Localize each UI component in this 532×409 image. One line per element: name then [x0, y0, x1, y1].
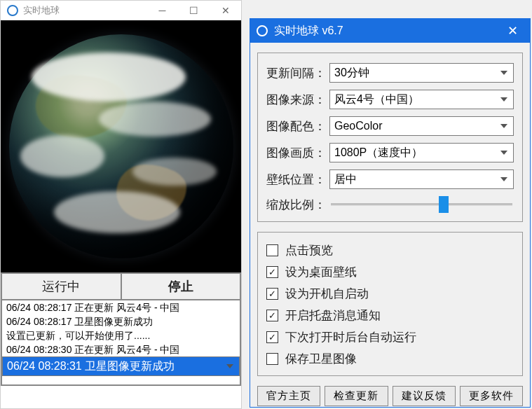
- status-running-label: 运行中: [2, 274, 121, 299]
- source-select[interactable]: 风云4号（中国）: [329, 90, 514, 109]
- scale-label: 缩放比例：: [266, 197, 329, 213]
- checkbox-input[interactable]: ✓: [266, 288, 278, 300]
- minimize-button[interactable]: ─: [146, 1, 178, 20]
- viewer-title: 实时地球: [23, 4, 60, 17]
- checkbox-label: 保存卫星图像: [285, 351, 357, 367]
- wallpos-label: 壁纸位置：: [266, 172, 329, 188]
- maximize-button[interactable]: ☐: [178, 1, 210, 20]
- checkbox-label: 下次打开时后台自动运行: [285, 329, 416, 345]
- interval-select[interactable]: 30分钟: [329, 63, 514, 83]
- checkbox-label: 设为桌面壁纸: [285, 264, 357, 280]
- interval-label: 更新间隔：: [266, 65, 329, 81]
- log-line[interactable]: 06/24 08:28:31 卫星图像更新成功: [2, 356, 240, 376]
- source-label: 图像来源：: [266, 92, 329, 108]
- bottom-button-row: 官方主页 检查更新 建议反馈 更多软件: [257, 386, 523, 406]
- checkbox-input[interactable]: ✓: [266, 266, 278, 278]
- checkbox-autostart[interactable]: ✓设为开机自启动: [266, 286, 514, 302]
- home-button[interactable]: 官方主页: [257, 386, 320, 406]
- checkbox-label: 设为开机自启动: [285, 286, 369, 302]
- checkbox-tray[interactable]: ✓开启托盘消息通知: [266, 307, 514, 324]
- wallpos-select[interactable]: 居中: [329, 169, 514, 189]
- update-button[interactable]: 检查更新: [325, 386, 388, 406]
- log-line[interactable]: 06/24 08:28:17 正在更新 风云4号 - 中国: [2, 300, 240, 314]
- app-icon: [256, 25, 268, 37]
- viewer-window: 实时地球 ─ ☐ ✕ 运行中 停止 06/24 08:28:17 正在更新 风云…: [0, 0, 242, 409]
- earth-image-pane: [1, 20, 241, 272]
- status-row: 运行中 停止: [1, 272, 241, 300]
- checkbox-preview[interactable]: 点击预览: [266, 242, 514, 258]
- scale-slider[interactable]: [329, 196, 514, 213]
- more-button[interactable]: 更多软件: [460, 386, 523, 406]
- feedback-button[interactable]: 建议反馈: [393, 386, 456, 406]
- stop-button[interactable]: 停止: [121, 274, 240, 299]
- checkbox-input[interactable]: [266, 353, 278, 365]
- checkbox-label: 点击预览: [285, 242, 333, 258]
- app-icon: [6, 4, 19, 17]
- settings-window: 实时地球 v6.7 ✕ 更新间隔： 30分钟 图像来源： 风云4号（中国） 图像…: [250, 18, 531, 408]
- checkbox-input[interactable]: ✓: [266, 331, 278, 343]
- options-group: 点击预览✓设为桌面壁纸✓设为开机自启动✓开启托盘消息通知✓下次打开时后台自动运行…: [257, 232, 523, 376]
- checkbox-wallpaper[interactable]: ✓设为桌面壁纸: [266, 264, 514, 280]
- settings-titlebar: 实时地球 v6.7 ✕: [250, 19, 530, 43]
- earth-image: [9, 34, 233, 258]
- log-line[interactable]: 设置已更新，可以开始使用了......: [2, 328, 240, 342]
- settings-form-group: 更新间隔： 30分钟 图像来源： 风云4号（中国） 图像配色： GeoColor…: [257, 53, 523, 222]
- quality-select[interactable]: 1080P（速度中）: [329, 143, 514, 162]
- checkbox-background[interactable]: ✓下次打开时后台自动运行: [266, 329, 514, 345]
- log-line[interactable]: 06/24 08:28:17 卫星图像更新成功: [2, 314, 240, 328]
- checkbox-input[interactable]: [266, 244, 278, 256]
- checkbox-save[interactable]: 保存卫星图像: [266, 351, 514, 367]
- color-label: 图像配色：: [266, 118, 329, 134]
- log-box[interactable]: 06/24 08:28:17 正在更新 风云4号 - 中国06/24 08:28…: [1, 300, 241, 386]
- checkbox-label: 开启托盘消息通知: [285, 307, 381, 324]
- settings-close-button[interactable]: ✕: [500, 19, 524, 43]
- log-line[interactable]: 06/24 08:28:30 正在更新 风云4号 - 中国: [2, 342, 240, 356]
- quality-label: 图像画质：: [266, 145, 329, 161]
- viewer-titlebar: 实时地球 ─ ☐ ✕: [1, 1, 241, 20]
- checkbox-input[interactable]: ✓: [266, 310, 278, 321]
- color-select[interactable]: GeoColor: [329, 116, 514, 136]
- settings-title: 实时地球 v6.7: [274, 24, 343, 39]
- close-button[interactable]: ✕: [210, 1, 241, 20]
